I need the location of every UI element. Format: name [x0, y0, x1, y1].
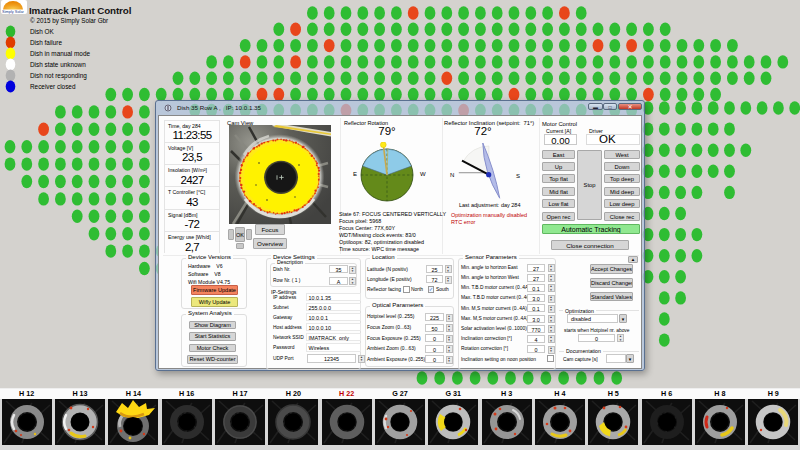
svg-text:Simply Solar: Simply Solar [2, 9, 25, 14]
